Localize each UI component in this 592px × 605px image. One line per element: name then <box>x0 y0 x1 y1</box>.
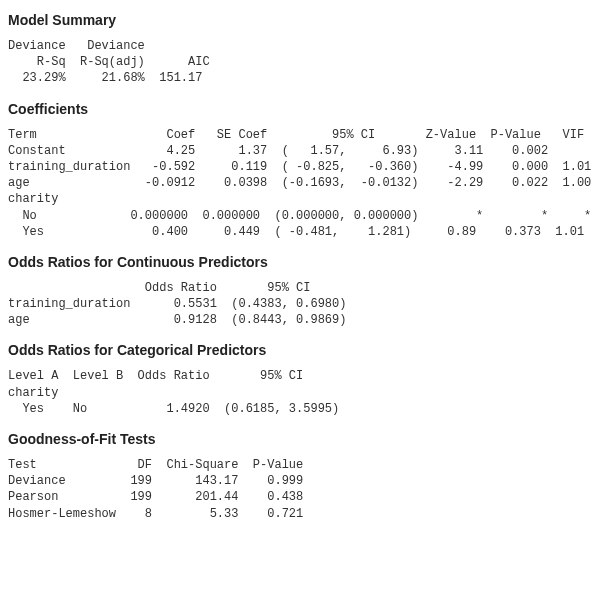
table-row: training_duration -0.592 0.119 ( -0.825,… <box>8 160 591 174</box>
section-title-coefficients: Coefficients <box>8 101 584 117</box>
model-summary-block: Deviance Deviance R-Sq R-Sq(adj) AIC 23.… <box>8 38 584 87</box>
table-row: training_duration 0.5531 (0.4383, 0.6980… <box>8 297 346 311</box>
odds-categorical-header: Level A Level B Odds Ratio 95% CI <box>8 369 303 383</box>
section-title-model-summary: Model Summary <box>8 12 584 28</box>
table-row: age 0.9128 (0.8443, 0.9869) <box>8 313 346 327</box>
gof-header: Test DF Chi-Square P-Value <box>8 458 303 472</box>
gof-block: Test DF Chi-Square P-Value Deviance 199 … <box>8 457 584 522</box>
table-row: Constant 4.25 1.37 ( 1.57, 6.93) 3.11 0.… <box>8 144 548 158</box>
odds-continuous-header: Odds Ratio 95% CI <box>8 281 310 295</box>
model-summary-row: 23.29% 21.68% 151.17 <box>8 71 202 85</box>
table-row: Pearson 199 201.44 0.438 <box>8 490 303 504</box>
section-title-gof: Goodness-of-Fit Tests <box>8 431 584 447</box>
table-row: Yes No 1.4920 (0.6185, 3.5995) <box>8 402 339 416</box>
model-summary-header2: R-Sq R-Sq(adj) AIC <box>8 55 210 69</box>
table-row: Deviance 199 143.17 0.999 <box>8 474 303 488</box>
table-row: age -0.0912 0.0398 (-0.1693, -0.0132) -2… <box>8 176 591 190</box>
section-title-odds-continuous: Odds Ratios for Continuous Predictors <box>8 254 584 270</box>
section-title-odds-categorical: Odds Ratios for Categorical Predictors <box>8 342 584 358</box>
model-summary-header1: Deviance Deviance <box>8 39 145 53</box>
coefficients-block: Term Coef SE Coef 95% CI Z-Value P-Value… <box>8 127 584 240</box>
odds-categorical-block: Level A Level B Odds Ratio 95% CI charit… <box>8 368 584 417</box>
odds-continuous-block: Odds Ratio 95% CI training_duration 0.55… <box>8 280 584 329</box>
table-row: No 0.000000 0.000000 (0.000000, 0.000000… <box>8 209 591 223</box>
table-row: charity <box>8 192 58 206</box>
table-row: Yes 0.400 0.449 ( -0.481, 1.281) 0.89 0.… <box>8 225 584 239</box>
table-row: charity <box>8 386 58 400</box>
table-row: Hosmer-Lemeshow 8 5.33 0.721 <box>8 507 303 521</box>
coefficients-header: Term Coef SE Coef 95% CI Z-Value P-Value… <box>8 128 584 142</box>
